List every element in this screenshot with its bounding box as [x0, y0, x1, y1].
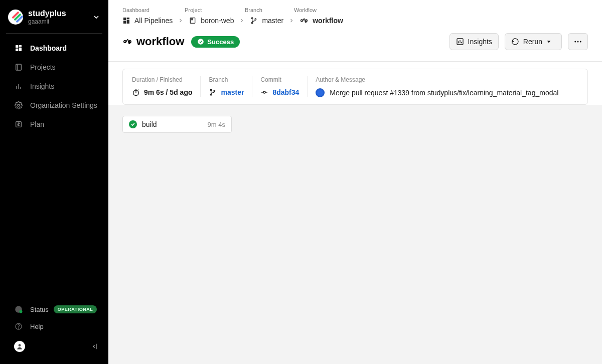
- job-name: build: [142, 120, 157, 128]
- breadcrumb-branch[interactable]: master: [250, 17, 283, 25]
- svg-rect-18: [127, 18, 129, 19]
- svg-rect-1: [19, 45, 22, 47]
- breadcrumb-all-pipelines[interactable]: All Pipelines: [122, 17, 173, 25]
- breadcrumb: All Pipelines boron-web: [122, 16, 588, 25]
- user-avatar[interactable]: [14, 341, 25, 352]
- svg-point-36: [574, 41, 576, 43]
- sidebar-item-label: Plan: [30, 120, 44, 128]
- git-branch-icon: [250, 17, 258, 25]
- sidebar-status[interactable]: Status OPERATIONAL: [0, 301, 108, 318]
- summary-label: Branch: [209, 76, 244, 83]
- workflow-icon: [122, 37, 132, 47]
- sidebar-bottom: Status OPERATIONAL Help: [0, 298, 108, 364]
- breadcrumb-label-workflow: Workflow: [294, 7, 317, 13]
- collapse-sidebar-icon[interactable]: [91, 342, 99, 350]
- button-label: Rerun: [523, 38, 542, 46]
- svg-line-42: [138, 90, 138, 90]
- svg-point-39: [133, 90, 139, 96]
- svg-rect-19: [127, 20, 129, 24]
- svg-point-43: [211, 89, 212, 91]
- chevron-down-icon: [92, 13, 100, 21]
- commit-link[interactable]: 8dabf34: [272, 88, 299, 96]
- more-actions-button[interactable]: [568, 33, 588, 50]
- commit-message: Merge pull request #1339 from studyplus/…: [330, 89, 558, 97]
- summary-branch: Branch master: [200, 76, 252, 97]
- svg-rect-4: [16, 64, 22, 70]
- author-avatar: [316, 88, 325, 97]
- svg-point-44: [211, 94, 212, 95]
- breadcrumb-project[interactable]: boron-web: [189, 17, 234, 25]
- sidebar-help[interactable]: Help: [0, 318, 108, 335]
- summary-label: Commit: [260, 76, 299, 83]
- svg-point-26: [301, 20, 303, 22]
- status-dot-icon: [14, 305, 23, 314]
- insights-button[interactable]: Insights: [449, 33, 499, 50]
- page-title: workflow: [136, 35, 184, 48]
- breadcrumb-label-project: Project: [185, 7, 245, 13]
- git-commit-icon: [260, 88, 268, 96]
- breadcrumb-text: workflow: [313, 17, 343, 25]
- svg-point-46: [263, 91, 265, 93]
- workflow-summary-card: Duration / Finished 9m 6s / 5d ago Branc…: [122, 69, 588, 105]
- title-row: workflow Success Insights Rerun: [122, 33, 588, 61]
- chevron-right-icon: [239, 18, 245, 24]
- svg-rect-0: [16, 45, 18, 48]
- sidebar-item-insights[interactable]: Insights: [0, 77, 108, 96]
- svg-rect-22: [192, 18, 192, 20]
- sidebar-item-plan[interactable]: Plan: [0, 115, 108, 134]
- svg-point-38: [580, 41, 581, 43]
- help-label: Help: [30, 323, 44, 330]
- repo-icon: [189, 17, 197, 25]
- insights-icon: [14, 82, 23, 91]
- rerun-button[interactable]: Rerun: [505, 33, 562, 50]
- svg-point-12: [20, 310, 23, 313]
- help-icon: [14, 322, 23, 331]
- breadcrumb-label-branch: Branch: [245, 7, 294, 13]
- chevron-right-icon: [288, 18, 294, 24]
- summary-value: 9m 6s / 5d ago: [144, 88, 192, 96]
- breadcrumb-text: master: [262, 17, 283, 25]
- org-name: studyplus: [28, 9, 66, 18]
- svg-point-14: [18, 328, 19, 328]
- org-logo: [8, 10, 23, 25]
- org-username: gaaamii: [28, 18, 66, 25]
- git-branch-icon: [209, 88, 217, 96]
- job-duration: 9m 4s: [208, 121, 225, 128]
- status-badge: OPERATIONAL: [54, 305, 97, 313]
- org-switcher[interactable]: studyplus gaaamii: [0, 0, 108, 31]
- stopwatch-icon: [132, 88, 140, 96]
- breadcrumb-label-dashboard: Dashboard: [122, 7, 185, 13]
- branch-link[interactable]: master: [221, 88, 244, 96]
- dashboard-icon: [14, 44, 23, 53]
- sidebar-item-label: Projects: [30, 63, 56, 71]
- status-pill-success: Success: [191, 36, 240, 48]
- success-check-icon: [129, 120, 137, 128]
- sidebar-item-org-settings[interactable]: Organization Settings: [0, 96, 108, 115]
- sidebar-item-label: Dashboard: [30, 44, 67, 52]
- summary-label: Author & Message: [316, 76, 570, 83]
- sidebar-item-label: Insights: [30, 82, 54, 90]
- gear-icon: [14, 101, 23, 110]
- chevron-right-icon: [178, 18, 184, 24]
- pipelines-icon: [122, 17, 130, 25]
- svg-point-30: [198, 39, 204, 45]
- button-label: Insights: [468, 38, 492, 46]
- svg-rect-20: [123, 21, 126, 24]
- projects-icon: [14, 63, 23, 72]
- svg-point-25: [255, 19, 256, 20]
- workflow-icon: [299, 16, 309, 25]
- breadcrumb-section-labels: Dashboard Project Branch Workflow: [122, 7, 588, 13]
- job-card-build[interactable]: build 9m 4s: [122, 116, 232, 133]
- sidebar-item-dashboard[interactable]: Dashboard: [0, 39, 108, 58]
- caret-down-icon: [546, 39, 555, 44]
- sidebar-item-projects[interactable]: Projects: [0, 58, 108, 77]
- svg-point-37: [577, 41, 579, 43]
- breadcrumb-workflow[interactable]: workflow: [299, 16, 343, 25]
- sidebar-nav: Dashboard Projects Insights Organization…: [0, 39, 108, 134]
- breadcrumb-text: All Pipelines: [134, 17, 173, 25]
- sidebar: studyplus gaaamii Dashboard Projects: [0, 0, 108, 364]
- workflow-graph: build 9m 4s: [108, 105, 602, 364]
- summary-duration: Duration / Finished 9m 6s / 5d ago: [132, 76, 200, 97]
- svg-point-15: [19, 344, 21, 346]
- svg-marker-35: [547, 41, 551, 43]
